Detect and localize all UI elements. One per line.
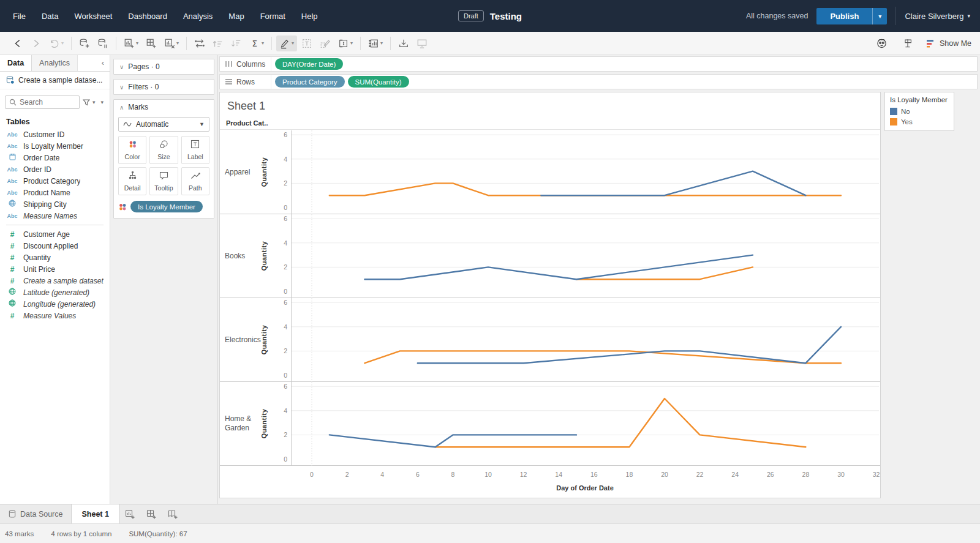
path-button[interactable]: Path (181, 167, 209, 195)
menu-file[interactable]: File (6, 8, 32, 24)
fit-button[interactable]: ▾ (335, 36, 356, 51)
menu-map[interactable]: Map (222, 8, 251, 24)
highlight-button[interactable]: ▾ (276, 36, 297, 51)
publish-dropdown[interactable]: ▾ (872, 8, 887, 24)
field-customer-id[interactable]: AbcCustomer ID (0, 129, 110, 140)
edit-annotation-button[interactable] (317, 36, 334, 51)
field-order-id[interactable]: AbcOrder ID (0, 163, 110, 175)
new-worksheet-button[interactable]: ▾ (121, 36, 141, 51)
menu-dashboard[interactable]: Dashboard (121, 8, 174, 24)
field-product-name[interactable]: AbcProduct Name (0, 187, 110, 198)
chevron-down-icon: ▼ (199, 121, 205, 127)
new-dashboard-button[interactable] (141, 504, 162, 523)
field-list-options-button[interactable]: ▾ (99, 98, 105, 107)
menu-analysis[interactable]: Analysis (176, 8, 219, 24)
plot-area-electronics[interactable] (291, 298, 879, 382)
menu-help[interactable]: Help (295, 8, 325, 24)
mark-type-dropdown[interactable]: Automatic ▼ (118, 117, 209, 132)
replay-button[interactable]: ▾ (46, 36, 67, 51)
columns-shelf[interactable]: Columns DAY(Order Date) (219, 56, 978, 72)
field-product-category[interactable]: AbcProduct Category (0, 175, 110, 187)
clear-sheet-button[interactable]: ▾ (161, 36, 182, 51)
field-measure-values[interactable]: #Measure Values (0, 310, 110, 321)
label-button[interactable]: Label (181, 136, 209, 164)
presentation-flag-button[interactable] (899, 35, 916, 51)
user-menu[interactable]: Claire Silverberg ▾ (905, 12, 970, 21)
pill-day-order-date[interactable]: DAY(Order Date) (275, 58, 343, 70)
duplicate-sheet-button[interactable] (143, 36, 160, 51)
row-header-home-garden[interactable]: Home & Garden (225, 382, 265, 465)
pages-card[interactable]: ∨ Pages · 0 (113, 59, 214, 75)
line-apparel-yes[interactable] (330, 183, 841, 195)
field-shipping-city[interactable]: Shipping City (0, 198, 110, 210)
row-field-header[interactable]: Product Cat.. (226, 119, 268, 127)
sort-descending-button[interactable] (228, 36, 245, 51)
create-sample-dataset-link[interactable]: Create a sample datase... (0, 72, 110, 89)
publish-button[interactable]: Publish (816, 8, 872, 24)
field-label: Latitude (generated) (23, 288, 89, 297)
filter-fields-button[interactable]: ▾ (83, 98, 97, 107)
data-source-tab[interactable]: Data Source (0, 504, 71, 523)
field-order-date[interactable]: Order Date (0, 152, 110, 163)
show-mark-labels-button[interactable] (298, 36, 315, 51)
presentation-mode-button[interactable] (413, 36, 431, 51)
field-latitude-generated[interactable]: Latitude (generated) (0, 286, 110, 298)
field-is-loyalty-member[interactable]: AbcIs Loyalty Member (0, 140, 110, 152)
color-pill[interactable]: Is Loyalty Member (130, 201, 203, 212)
line-books-yes[interactable] (576, 267, 753, 279)
redo-button[interactable] (28, 36, 45, 51)
tab-data[interactable]: Data (0, 55, 32, 71)
plot-area-home-garden[interactable] (291, 382, 879, 466)
field-customer-age[interactable]: #Customer Age (0, 228, 110, 240)
pause-auto-updates-button[interactable] (94, 36, 111, 51)
show-me-cells-button[interactable]: ▾ (365, 36, 386, 51)
search-box[interactable] (5, 95, 80, 109)
rows-shelf[interactable]: Rows Product CategorySUM(Quantity) (219, 74, 978, 89)
einstein-assistant-button[interactable] (873, 35, 891, 51)
field-measure-names[interactable]: AbcMeasure Names (0, 210, 110, 222)
detail-button[interactable]: Detail (118, 167, 146, 195)
sort-ascending-button[interactable] (209, 36, 227, 51)
pill-sum-quantity[interactable]: SUM(Quantity) (348, 76, 409, 88)
x-axis[interactable]: 02468101214161820222426283032 (220, 466, 880, 483)
pill-product-category[interactable]: Product Category (275, 76, 345, 88)
line-electronics-no[interactable] (418, 327, 841, 363)
line-electronics-yes[interactable] (364, 351, 841, 363)
menu-worksheet[interactable]: Worksheet (67, 8, 119, 24)
new-worksheet-button[interactable] (119, 504, 141, 523)
line-home-garden-yes[interactable] (435, 399, 806, 447)
plot-area-apparel[interactable] (291, 130, 879, 214)
tooltip-button[interactable]: Tooltip (149, 167, 178, 195)
download-button[interactable] (395, 36, 412, 51)
legend-item-yes[interactable]: Yes (890, 116, 949, 127)
new-story-button[interactable] (162, 504, 184, 523)
field-quantity[interactable]: #Quantity (0, 252, 110, 263)
size-button[interactable]: Size (149, 136, 178, 164)
field-longitude-generated[interactable]: Longitude (generated) (0, 298, 110, 310)
sheet1-tab[interactable]: Sheet 1 (71, 504, 119, 523)
collapse-pane-button[interactable]: ‹ (96, 55, 110, 71)
new-data-source-button[interactable] (76, 36, 93, 51)
field-create-a-sample-dataset[interactable]: #Create a sample dataset... (0, 275, 110, 286)
plot-area-books[interactable] (291, 214, 879, 298)
swap-rows-columns-button[interactable] (191, 36, 208, 51)
y-tick-label: 2 (274, 431, 287, 438)
show-me-button[interactable]: Show Me (926, 39, 971, 48)
row-header-apparel[interactable]: Apparel (225, 130, 265, 214)
color-legend[interactable]: Is Loyalty Member NoYes (884, 92, 954, 131)
color-button[interactable]: Color (118, 136, 146, 164)
field-unit-price[interactable]: #Unit Price (0, 263, 110, 275)
legend-item-no[interactable]: No (890, 106, 949, 116)
tab-analytics[interactable]: Analytics (32, 55, 78, 71)
totals-button[interactable]: Σ▾ (246, 36, 267, 51)
line-home-garden-no[interactable] (330, 435, 576, 447)
menu-format[interactable]: Format (254, 8, 292, 24)
row-header-books[interactable]: Books (225, 214, 265, 298)
undo-button[interactable] (9, 36, 26, 51)
search-input[interactable] (20, 98, 62, 107)
filters-card[interactable]: ∨ Filters · 0 (113, 79, 214, 95)
chevron-down-icon: ▾ (350, 40, 353, 46)
row-header-electronics[interactable]: Electronics (225, 298, 265, 381)
field-discount-applied[interactable]: #Discount Applied (0, 240, 110, 252)
menu-data[interactable]: Data (35, 8, 65, 24)
